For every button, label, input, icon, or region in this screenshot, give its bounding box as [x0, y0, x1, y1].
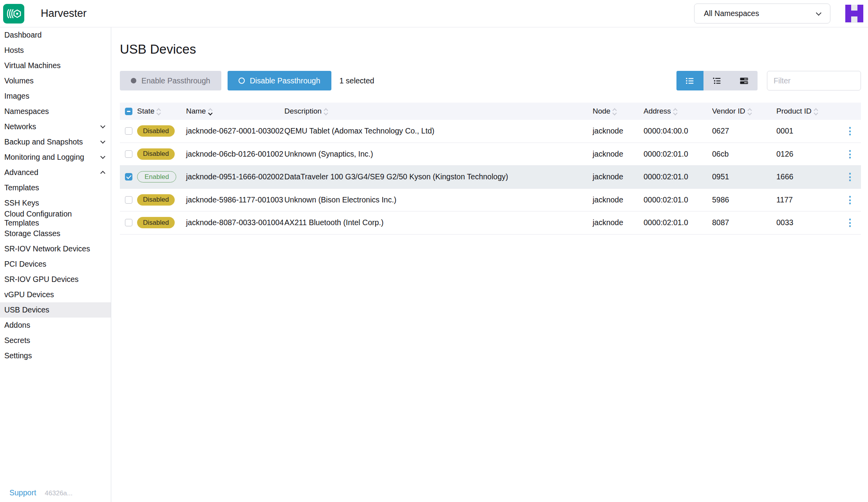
column-header-description[interactable]: Description — [284, 107, 593, 116]
list-view-button[interactable] — [676, 71, 703, 90]
sidebar-item[interactable]: SSH Keys — [0, 195, 111, 211]
disable-passthrough-button[interactable]: Disable Passthrough — [228, 71, 331, 90]
sidebar-item[interactable]: Backup and Snapshots — [0, 134, 111, 150]
sidebar-item-label: Cloud Configuration Templates — [4, 209, 105, 228]
sidebar-item[interactable]: USB Devices — [0, 302, 111, 318]
sidebar-item[interactable]: Settings — [0, 348, 111, 363]
sidebar-item-label: Backup and Snapshots — [4, 137, 83, 146]
table-row[interactable]: Disabled jacknode-0627-0001-003002 QEMU … — [120, 120, 861, 143]
status-badge: Disabled — [137, 217, 175, 228]
column-header-product-id[interactable]: Product ID — [776, 107, 839, 116]
device-product-id: 1177 — [776, 195, 839, 204]
sidebar-item-label: SR-IOV Network Devices — [4, 244, 90, 253]
device-node: jacknode — [593, 172, 644, 181]
version-text: 46326a... — [45, 489, 72, 497]
column-header-address[interactable]: Address — [644, 107, 712, 116]
sidebar-item-label: SSH Keys — [4, 199, 39, 208]
sort-icon — [674, 108, 677, 115]
enable-passthrough-button[interactable]: Enable Passthrough — [120, 71, 221, 90]
device-product-id: 0033 — [776, 218, 839, 227]
sidebar-item[interactable]: Storage Classes — [0, 226, 111, 241]
column-header-state[interactable]: State — [137, 107, 186, 116]
device-vendor-id: 0627 — [712, 126, 776, 135]
sidebar-item[interactable]: Hosts — [0, 43, 111, 58]
filled-circle-icon — [131, 78, 136, 83]
filter-input[interactable] — [767, 71, 861, 90]
sidebar-item[interactable]: Namespaces — [0, 104, 111, 119]
sidebar-item[interactable]: Cloud Configuration Templates — [0, 211, 111, 226]
row-checkbox[interactable] — [125, 127, 132, 135]
row-actions-menu[interactable]: ⋮ — [845, 126, 855, 136]
sidebar-item-label: USB Devices — [4, 305, 49, 314]
sidebar-item[interactable]: Monitoring and Logging — [0, 150, 111, 165]
outlined-circle-icon — [239, 78, 245, 84]
sidebar-item[interactable]: SR-IOV GPU Devices — [0, 272, 111, 287]
sidebar-item-label: Advanced — [4, 168, 38, 177]
select-all-checkbox[interactable] — [125, 108, 132, 115]
select-all-cell — [120, 108, 137, 115]
sidebar-item[interactable]: Images — [0, 88, 111, 104]
table-row[interactable]: Enabled jacknode-0951-1666-002002 DataTr… — [120, 166, 861, 189]
table-row[interactable]: Disabled jacknode-8087-0033-001004 AX211… — [120, 211, 861, 235]
row-checkbox[interactable] — [125, 173, 132, 181]
sidebar-item[interactable]: SR-IOV Network Devices — [0, 241, 111, 256]
device-name: jacknode-8087-0033-001004 — [186, 218, 284, 227]
list-view-icon — [686, 78, 694, 84]
table-row[interactable]: Disabled jacknode-5986-1177-001003 Unkno… — [120, 189, 861, 212]
page-title: USB Devices — [120, 42, 861, 57]
usb-devices-table: State Name Description Node Address Vend… — [120, 103, 861, 235]
table-header: State Name Description Node Address Vend… — [120, 103, 861, 120]
grouped-list-view-button[interactable] — [703, 71, 731, 90]
device-description: Unknown (Bison Electronics Inc.) — [284, 195, 593, 204]
row-actions-menu[interactable]: ⋮ — [845, 195, 855, 205]
sidebar-item[interactable]: Addons — [0, 318, 111, 333]
card-view-button[interactable] — [731, 71, 758, 90]
chevron-icon — [100, 123, 105, 128]
row-actions-menu[interactable]: ⋮ — [845, 218, 855, 228]
status-badge: Disabled — [137, 148, 175, 160]
selected-count: 1 selected — [340, 76, 374, 85]
device-description: Unknown (Synaptics, Inc.) — [284, 150, 593, 159]
device-address: 0000:02:01.0 — [644, 195, 712, 204]
sort-icon — [613, 108, 616, 115]
sidebar-item[interactable]: Networks — [0, 119, 111, 134]
column-header-name[interactable]: Name — [186, 107, 284, 116]
device-address: 0000:02:01.0 — [644, 150, 712, 159]
sidebar-item[interactable]: vGPU Devices — [0, 287, 111, 302]
sidebar-item-label: Volumes — [4, 76, 34, 85]
sidebar-item-label: Templates — [4, 183, 39, 192]
row-checkbox[interactable] — [125, 196, 132, 204]
sidebar-item[interactable]: Advanced — [0, 165, 111, 180]
sidebar-item-label: Storage Classes — [4, 229, 60, 238]
column-header-vendor-id[interactable]: Vendor ID — [712, 107, 776, 116]
device-node: jacknode — [593, 218, 644, 227]
support-link[interactable]: Support — [9, 488, 36, 497]
sidebar-item[interactable]: Templates — [0, 180, 111, 195]
row-checkbox[interactable] — [125, 150, 132, 158]
device-node: jacknode — [593, 126, 644, 135]
sidebar-item[interactable]: Dashboard — [0, 27, 111, 43]
harvester-logo-icon[interactable] — [3, 4, 24, 23]
sidebar-item[interactable]: Secrets — [0, 333, 111, 348]
device-product-id: 1666 — [776, 172, 839, 181]
namespace-selector[interactable]: All Namespaces — [694, 4, 830, 23]
sidebar-item[interactable]: Volumes — [0, 73, 111, 88]
device-vendor-id: 0951 — [712, 172, 776, 181]
column-header-node[interactable]: Node — [593, 107, 644, 116]
sort-icon — [157, 108, 160, 115]
table-body: Disabled jacknode-0627-0001-003002 QEMU … — [120, 120, 861, 235]
chevron-down-icon — [816, 10, 821, 15]
table-row[interactable]: Disabled jacknode-06cb-0126-001002 Unkno… — [120, 143, 861, 166]
row-actions-menu[interactable]: ⋮ — [845, 149, 855, 159]
device-vendor-id: 8087 — [712, 218, 776, 227]
sidebar-item-label: Settings — [4, 351, 32, 360]
user-avatar[interactable] — [845, 5, 863, 23]
top-bar: Harvester All Namespaces — [0, 0, 868, 27]
device-node: jacknode — [593, 150, 644, 159]
sidebar-item[interactable]: PCI Devices — [0, 256, 111, 272]
row-actions-menu[interactable]: ⋮ — [845, 172, 855, 182]
sidebar-item[interactable]: Virtual Machines — [0, 58, 111, 73]
row-checkbox[interactable] — [125, 219, 132, 226]
device-vendor-id: 5986 — [712, 195, 776, 204]
view-mode-toggle — [676, 71, 758, 90]
